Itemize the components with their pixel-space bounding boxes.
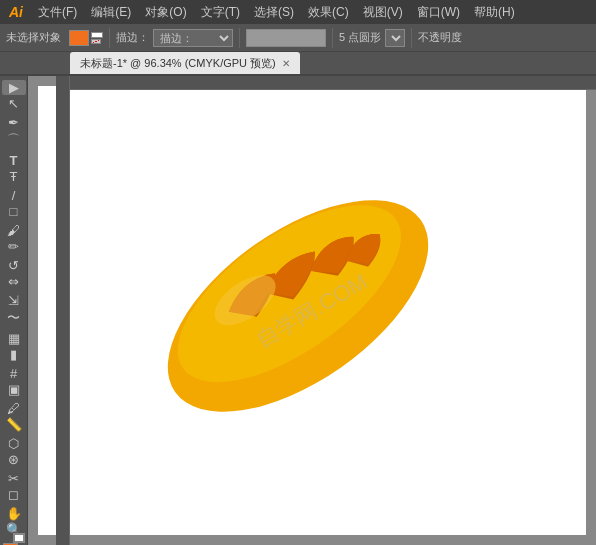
divider-2 [239, 28, 240, 48]
main-layout: ▶ ↖ ✒ ⌒ T Ŧ / □ 🖌 ✏ ↺ ⇔ ⇲ 〜 ▦ ▮ # ▣ 🖊 📏 … [0, 76, 596, 545]
menu-file[interactable]: 文件(F) [32, 2, 83, 23]
menu-edit[interactable]: 编辑(E) [85, 2, 137, 23]
gradient-tool-button[interactable]: ▣ [2, 382, 26, 397]
reflect-tool-button[interactable]: ⇔ [2, 274, 26, 289]
opacity-label: 不透明度 [418, 30, 462, 45]
hand-tool-button[interactable]: ✋ [2, 506, 26, 521]
ruler-left [56, 76, 70, 545]
app-logo: Ai [4, 4, 28, 20]
menu-window[interactable]: 窗口(W) [411, 2, 466, 23]
scissors-tool-button[interactable]: ✂ [2, 471, 26, 486]
divider-4 [411, 28, 412, 48]
menu-bar: 文件(F) 编辑(E) 对象(O) 文字(T) 选择(S) 效果(C) 视图(V… [32, 2, 521, 23]
point-select[interactable] [385, 29, 405, 47]
ruler-top [56, 76, 596, 90]
tab-close-button[interactable]: ✕ [282, 58, 290, 69]
menu-select[interactable]: 选择(S) [248, 2, 300, 23]
document-tab[interactable]: 未标题-1* @ 96.34% (CMYK/GPU 预览) ✕ [70, 52, 300, 74]
curvature-tool-button[interactable]: ⌒ [2, 131, 26, 149]
point-label: 5 点圆形 [339, 30, 381, 45]
menu-text[interactable]: 文字(T) [195, 2, 246, 23]
type-tool-button[interactable]: T [2, 153, 26, 168]
stroke-color-indicator[interactable] [13, 533, 25, 543]
options-toolbar: 未选择对象 描边： 描边： 5 点圆形 不透明度 [0, 24, 596, 52]
canvas-area: 自学网.COM [28, 76, 596, 545]
menu-effect[interactable]: 效果(C) [302, 2, 355, 23]
graph-tool-button[interactable]: ▦ [2, 331, 26, 346]
bread-svg [118, 146, 478, 466]
tab-bar: 未标题-1* @ 96.34% (CMYK/GPU 预览) ✕ [0, 52, 596, 76]
stroke-select[interactable]: 描边： [153, 29, 233, 47]
touch-type-tool-button[interactable]: Ŧ [2, 169, 26, 184]
no-selection-label: 未选择对象 [6, 30, 61, 45]
fill-color-swatch[interactable] [69, 30, 89, 46]
stroke-label: 描边： [116, 30, 149, 45]
menu-object[interactable]: 对象(O) [139, 2, 192, 23]
rectangle-tool-button[interactable]: □ [2, 204, 26, 219]
symbol-tool-button[interactable]: ⊛ [2, 452, 26, 467]
pencil-tool-button[interactable]: ✏ [2, 239, 26, 254]
column-graph-tool-button[interactable]: ▮ [2, 347, 26, 362]
measure-tool-button[interactable]: 📏 [2, 417, 26, 432]
scale-tool-button[interactable]: ⇲ [2, 293, 26, 308]
pen-tool-button[interactable]: ✒ [2, 115, 26, 130]
menu-view[interactable]: 视图(V) [357, 2, 409, 23]
divider-1 [109, 28, 110, 48]
bread-illustration [118, 146, 498, 486]
document-canvas[interactable]: 自学网.COM [38, 86, 586, 535]
rotate-tool-button[interactable]: ↺ [2, 258, 26, 273]
direct-selection-tool-button[interactable]: ↖ [2, 96, 26, 111]
blend-tool-button[interactable]: ⬡ [2, 436, 26, 451]
warp-tool-button[interactable]: 〜 [2, 309, 26, 327]
divider-3 [332, 28, 333, 48]
line-tool-button[interactable]: / [2, 188, 26, 203]
title-bar: Ai 文件(F) 编辑(E) 对象(O) 文字(T) 选择(S) 效果(C) 视… [0, 0, 596, 24]
mesh-tool-button[interactable]: # [2, 366, 26, 381]
stroke-input[interactable] [246, 29, 326, 47]
paintbrush-tool-button[interactable]: 🖌 [2, 223, 26, 238]
left-toolbar: ▶ ↖ ✒ ⌒ T Ŧ / □ 🖌 ✏ ↺ ⇔ ⇲ 〜 ▦ ▮ # ▣ 🖊 📏 … [0, 76, 28, 545]
tab-label: 未标题-1* @ 96.34% (CMYK/GPU 预览) [80, 56, 276, 71]
eraser-tool-button[interactable]: ◻ [2, 487, 26, 502]
selection-tool-button[interactable]: ▶ [2, 80, 26, 95]
eyedropper-tool-button[interactable]: 🖊 [2, 401, 26, 416]
menu-help[interactable]: 帮助(H) [468, 2, 521, 23]
